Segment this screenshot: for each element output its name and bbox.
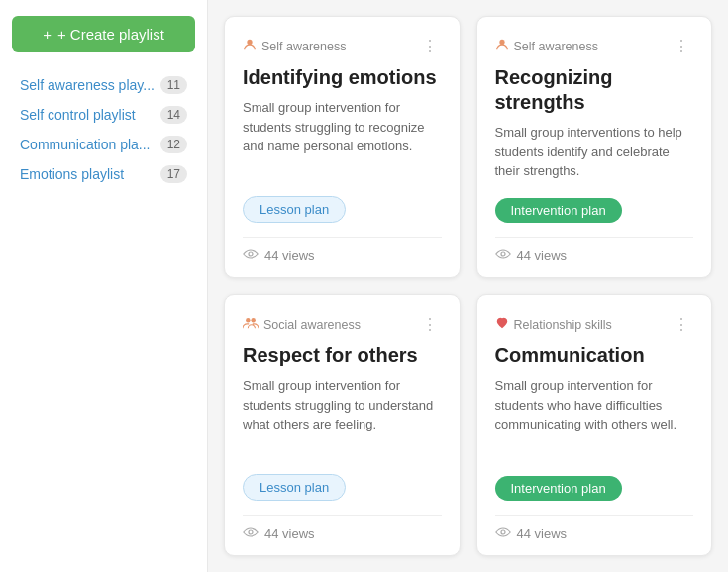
card-title: Recognizing strengths <box>495 65 694 115</box>
playlist-list: Self awareness play... 11 Self control p… <box>12 70 195 189</box>
playlist-item-badge: 11 <box>160 76 187 94</box>
card-tag-button[interactable]: Intervention plan <box>495 476 622 501</box>
views-count: 44 views <box>517 248 568 263</box>
svg-point-7 <box>501 530 505 534</box>
main-content: Self awareness ⋮ Identifying emotions Sm… <box>208 0 728 572</box>
card-divider <box>243 237 442 238</box>
category-label: Self awareness <box>261 40 346 53</box>
sidebar: + + Create playlist Self awareness play.… <box>0 0 208 572</box>
card-category: Self awareness <box>243 38 346 54</box>
content-card: Social awareness ⋮ Respect for others Sm… <box>224 294 461 556</box>
content-card: Self awareness ⋮ Recognizing strengths S… <box>476 16 713 278</box>
card-header: Self awareness ⋮ <box>495 35 694 57</box>
card-description: Small group interventions to help studen… <box>495 123 694 184</box>
category-label: Self awareness <box>514 40 598 53</box>
card-menu-button[interactable]: ⋮ <box>418 313 442 335</box>
card-views: 44 views <box>495 525 694 541</box>
playlist-item-badge: 14 <box>160 106 187 124</box>
sidebar-playlist-item[interactable]: Self control playlist 14 <box>12 100 195 130</box>
card-tag-button[interactable]: Lesson plan <box>243 196 346 223</box>
card-title: Identifying emotions <box>243 65 442 90</box>
card-title: Respect for others <box>243 343 442 368</box>
views-count: 44 views <box>517 526 568 541</box>
card-description: Small group intervention for students wh… <box>495 376 694 462</box>
views-count: 44 views <box>264 248 315 263</box>
category-icon <box>495 316 509 333</box>
card-menu-button[interactable]: ⋮ <box>418 35 442 57</box>
card-views: 44 views <box>243 525 442 541</box>
card-description: Small group intervention for students st… <box>243 376 442 460</box>
card-header: Relationship skills ⋮ <box>495 313 694 335</box>
card-menu-button[interactable]: ⋮ <box>670 313 693 335</box>
views-count: 44 views <box>264 526 315 541</box>
category-label: Social awareness <box>263 318 361 332</box>
svg-point-1 <box>249 252 253 256</box>
create-playlist-button[interactable]: + + Create playlist <box>12 16 195 52</box>
card-menu-button[interactable]: ⋮ <box>670 35 693 57</box>
card-description: Small group intervention for students st… <box>243 98 442 182</box>
create-playlist-label: + Create playlist <box>57 26 164 43</box>
svg-point-6 <box>249 530 253 534</box>
views-eye-icon <box>243 525 259 541</box>
card-category: Self awareness <box>495 38 598 54</box>
svg-point-2 <box>499 40 504 45</box>
category-icon <box>243 316 259 333</box>
playlist-item-badge: 12 <box>160 136 187 153</box>
sidebar-playlist-item[interactable]: Communication pla... 12 <box>12 130 195 159</box>
card-views: 44 views <box>495 247 694 263</box>
views-eye-icon <box>243 247 259 263</box>
playlist-item-label: Self control playlist <box>20 107 136 123</box>
sidebar-playlist-item[interactable]: Self awareness play... 11 <box>12 70 195 100</box>
card-divider <box>495 515 694 516</box>
card-title: Communication <box>495 343 694 368</box>
playlist-item-label: Emotions playlist <box>20 166 124 182</box>
content-card: Relationship skills ⋮ Communication Smal… <box>476 294 713 556</box>
card-header: Social awareness ⋮ <box>243 313 442 335</box>
category-icon <box>495 38 509 54</box>
views-eye-icon <box>495 525 511 541</box>
card-divider <box>495 237 694 238</box>
category-icon <box>243 38 257 54</box>
sidebar-playlist-item[interactable]: Emotions playlist 17 <box>12 159 195 189</box>
card-tag-button[interactable]: Lesson plan <box>243 474 346 501</box>
svg-point-3 <box>501 252 505 256</box>
svg-point-4 <box>246 318 250 322</box>
plus-icon: + <box>43 26 52 43</box>
svg-point-5 <box>251 318 255 322</box>
card-views: 44 views <box>243 247 442 263</box>
playlist-item-badge: 17 <box>160 165 187 183</box>
svg-point-0 <box>247 40 252 45</box>
card-header: Self awareness ⋮ <box>243 35 442 57</box>
playlist-item-label: Self awareness play... <box>20 77 155 93</box>
views-eye-icon <box>495 247 511 263</box>
category-label: Relationship skills <box>514 318 612 332</box>
card-category: Social awareness <box>243 316 361 333</box>
card-category: Relationship skills <box>495 316 612 333</box>
card-divider <box>243 515 442 516</box>
card-tag-button[interactable]: Intervention plan <box>495 198 622 223</box>
playlist-item-label: Communication pla... <box>20 137 151 152</box>
content-card: Self awareness ⋮ Identifying emotions Sm… <box>224 16 461 278</box>
